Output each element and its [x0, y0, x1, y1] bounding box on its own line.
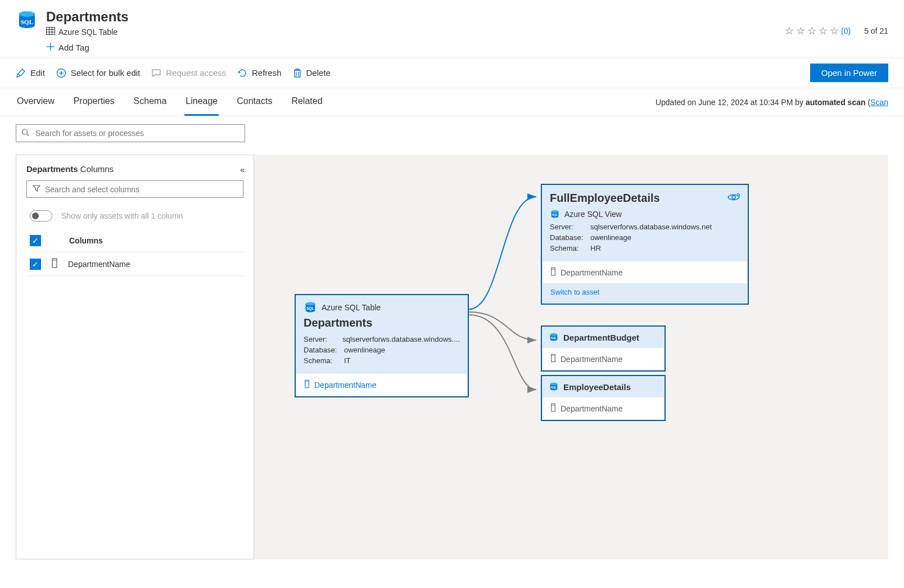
node-column[interactable]: DepartmentName	[543, 348, 664, 370]
column-item[interactable]: ✓ DepartmentName	[26, 252, 243, 276]
star-icon: ☆	[830, 25, 839, 37]
node-column[interactable]: DepartmentName	[543, 397, 664, 419]
node-title: Departments	[296, 314, 468, 334]
schema-val: HR	[590, 244, 601, 252]
subtitle-text: Azure SQL Table	[58, 28, 117, 37]
bulk-edit-button[interactable]: Select for bulk edit	[56, 67, 140, 79]
node-column[interactable]: DepartmentName	[543, 261, 747, 283]
sidebar-title-rest: Columns	[78, 164, 114, 174]
toggle-label: Show only assets with all 1 column	[61, 211, 183, 220]
svg-point-34	[550, 383, 558, 386]
sql-icon: SQL	[549, 332, 559, 342]
eye-icon[interactable]	[727, 192, 740, 205]
server-key: Server:	[304, 335, 342, 343]
collapse-icon[interactable]: «	[240, 165, 245, 174]
sql-icon: SQL	[304, 301, 317, 314]
refresh-button[interactable]: Refresh	[237, 67, 282, 79]
comment-icon	[151, 68, 161, 78]
tab-overview[interactable]: Overview	[16, 88, 56, 116]
column-icon	[51, 258, 58, 270]
updated-paren: (	[866, 98, 871, 107]
refresh-icon	[237, 68, 247, 78]
node-column-name: DepartmentName	[314, 381, 377, 390]
tab-related[interactable]: Related	[290, 88, 323, 116]
node-title: DepartmentBudget	[563, 333, 639, 342]
svg-point-24	[552, 210, 559, 213]
star-icon: ☆	[819, 25, 828, 37]
node-column[interactable]: DepartmentName	[296, 374, 467, 396]
edit-button[interactable]: Edit	[16, 67, 45, 79]
lineage-canvas[interactable]: SQL Azure SQL Table Departments Server:s…	[254, 155, 888, 559]
search-icon	[21, 129, 29, 138]
sidebar-title-bold: Departments	[26, 164, 78, 174]
column-icon	[550, 403, 556, 414]
node-type-label: Azure SQL Table	[322, 303, 381, 312]
rating-count: (0)	[841, 26, 851, 35]
node-type-label: Azure SQL View	[564, 210, 622, 219]
columns-sidebar: Departments Columns « Show only assets w…	[16, 155, 254, 559]
tab-contacts[interactable]: Contacts	[236, 88, 273, 116]
star-icon: ☆	[807, 25, 816, 37]
column-icon	[304, 379, 310, 390]
tab-properties[interactable]: Properties	[73, 88, 116, 116]
edit-label: Edit	[30, 68, 45, 78]
svg-point-29	[550, 333, 558, 336]
node-title: FullEmployeeDetails	[550, 192, 660, 205]
database-key: Database:	[304, 346, 344, 354]
pencil-icon	[16, 68, 26, 78]
sql-logo-icon: SQL	[16, 9, 38, 31]
search-input[interactable]	[16, 124, 245, 142]
switch-to-asset-link[interactable]: Switch to asset	[543, 283, 747, 303]
request-label: Request access	[166, 68, 226, 78]
updated-info: Updated on June 12, 2024 at 10:34 PM by …	[656, 90, 888, 115]
lineage-node-employee[interactable]: SQL EmployeeDetails DepartmentName	[541, 375, 666, 421]
lineage-node-full-employee[interactable]: FullEmployeeDetails SQL Azure SQL View S…	[541, 184, 749, 305]
column-search-input[interactable]	[45, 185, 237, 194]
database-val: owenlineage	[344, 346, 385, 354]
add-tag-button[interactable]: Add Tag	[46, 42, 785, 53]
scan-link[interactable]: Scan	[870, 98, 888, 107]
filter-toggle[interactable]	[30, 210, 52, 221]
svg-rect-36	[552, 404, 555, 411]
open-in-power-button[interactable]: Open in Power	[810, 64, 888, 82]
svg-point-13	[22, 129, 28, 134]
node-column-name: DepartmentName	[561, 404, 623, 413]
checkbox-checked-icon[interactable]: ✓	[30, 259, 41, 270]
svg-text:SQL: SQL	[306, 306, 314, 311]
result-counter: 5 of 21	[864, 26, 888, 35]
column-icon	[550, 267, 556, 278]
column-search[interactable]	[26, 180, 243, 198]
svg-point-22	[732, 196, 735, 199]
svg-point-1	[19, 11, 35, 17]
updated-actor: automated scan	[806, 98, 866, 107]
column-name: DepartmentName	[68, 260, 130, 269]
refresh-label: Refresh	[252, 68, 282, 78]
delete-button[interactable]: Delete	[293, 67, 331, 79]
sidebar-title: Departments Columns	[26, 164, 243, 174]
schema-val: IT	[344, 356, 351, 365]
server-val: sqlserverforws.database.windows.net	[590, 223, 712, 231]
tab-lineage[interactable]: Lineage	[184, 88, 219, 116]
schema-key: Schema:	[304, 356, 344, 365]
sql-icon: SQL	[549, 382, 559, 392]
sql-icon: SQL	[550, 209, 560, 219]
add-tag-label: Add Tag	[58, 43, 89, 52]
node-column-name: DepartmentName	[561, 268, 623, 277]
table-icon	[46, 27, 55, 37]
delete-label: Delete	[306, 68, 331, 78]
rating-stars[interactable]: ☆ ☆ ☆ ☆ ☆ (0)	[785, 25, 851, 37]
request-access-button[interactable]: Request access	[151, 67, 226, 79]
svg-rect-31	[552, 354, 555, 361]
svg-rect-26	[552, 268, 555, 275]
columns-header-row[interactable]: ✓ Columns	[26, 229, 243, 252]
lineage-node-budget[interactable]: SQL DepartmentBudget DepartmentName	[541, 325, 666, 372]
node-title: EmployeeDetails	[563, 382, 631, 392]
bulk-label: Select for bulk edit	[71, 68, 140, 78]
svg-rect-20	[305, 380, 309, 387]
tab-schema[interactable]: Schema	[133, 88, 168, 116]
svg-point-18	[306, 302, 315, 305]
server-val: sqlserverforws.database.windows....	[342, 335, 460, 343]
svg-line-14	[27, 134, 29, 136]
checkbox-checked-icon[interactable]: ✓	[30, 235, 41, 246]
lineage-node-source[interactable]: SQL Azure SQL Table Departments Server:s…	[295, 294, 469, 397]
